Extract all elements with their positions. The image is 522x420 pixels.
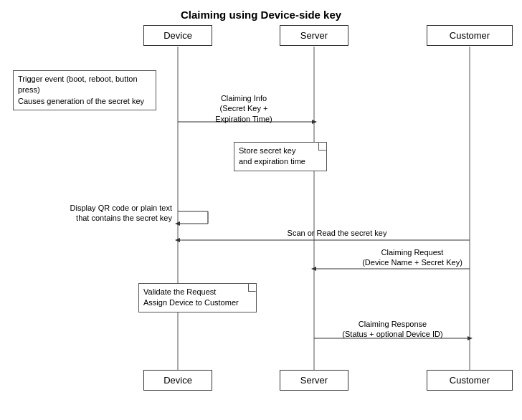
participant-device-top: Device	[143, 25, 212, 46]
display-qr-label: Display QR code or plain textthat contai…	[39, 203, 172, 224]
diagram-container: Claiming using Device-side key Device S	[0, 0, 522, 420]
validate-note: Validate the RequestAssign Device to Cus…	[138, 283, 257, 312]
svg-marker-14	[468, 336, 473, 340]
participant-customer-top: Customer	[427, 25, 513, 46]
scan-secret-label: Scan or Read the secret key	[251, 228, 423, 238]
claiming-response-label: Claiming Response(Status + optional Devi…	[326, 319, 459, 340]
svg-marker-8	[175, 221, 180, 226]
store-note: Store secret keyand expiration time	[234, 142, 327, 171]
participant-customer-bottom: Customer	[427, 370, 513, 391]
diagram-title: Claiming using Device-side key	[0, 0, 522, 21]
participant-server-top: Server	[280, 25, 348, 46]
claiming-info-label: Claiming Info(Secret Key +Expiration Tim…	[201, 93, 287, 124]
participant-server-bottom: Server	[280, 370, 348, 391]
svg-marker-4	[312, 120, 317, 124]
participant-device-bottom: Device	[143, 370, 212, 391]
svg-marker-10	[175, 238, 180, 242]
claiming-request-label: Claiming Request(Device Name + Secret Ke…	[351, 247, 473, 268]
svg-marker-12	[311, 267, 316, 271]
trigger-note: Trigger event (boot, reboot, button pres…	[13, 70, 156, 110]
